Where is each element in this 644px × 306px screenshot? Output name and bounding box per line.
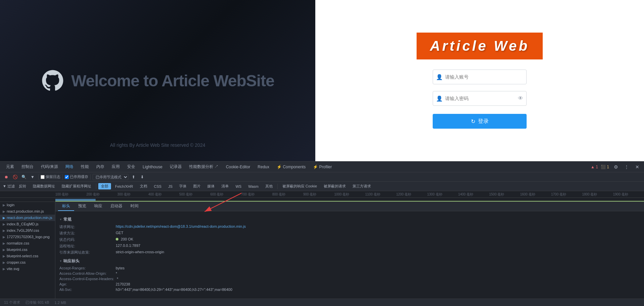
filter-button[interactable]: ▼ [29,173,36,181]
kv-key-acao: Access-Control-Allow-Origin: [59,271,113,275]
file-normalize[interactable]: ▶ normalize.css [0,240,55,247]
kv-remote-address: 远程地址: 127.0.0.1:7897 [59,243,640,249]
tab-profiler[interactable]: ⚡ Profiler [310,163,335,171]
filter-img[interactable]: 图片 [191,183,203,189]
separator-1 [38,174,39,180]
tl-1700: 1700 毫秒 [551,192,582,197]
filter-blocked-cookie[interactable]: 被屏蔽的响应 Cookie [280,183,320,189]
filter-media[interactable]: 媒体 [205,183,217,189]
file-icon-login: ▶ [3,203,5,207]
close-devtools-icon[interactable]: ✕ [633,163,641,171]
kv-key-referrer: 引荐来源网址政策: [59,250,113,255]
response-section-header: 响应标头 [59,258,640,264]
filter-third-party[interactable]: 第三方请求 [350,183,374,189]
file-blueprint-select[interactable]: ▶ blueprint-select.css [0,253,55,259]
file-name-react: react.production.min.js [7,209,44,213]
detail-tab-timing[interactable]: 时间 [126,202,143,211]
welcome-text: Welcome to Article WebSite [71,72,274,90]
record-button[interactable]: ⏺ [3,173,10,181]
filter-css[interactable]: CSS [151,184,164,189]
search-button[interactable]: 🔍 [20,173,28,181]
tl-green-bar [55,201,644,202]
detail-tab-initiator[interactable]: 启动器 [106,202,126,211]
settings-icon[interactable]: ⚙ [612,163,620,171]
export-icon[interactable]: ⬇ [139,173,146,181]
filter-invert[interactable]: 反转 [16,183,29,189]
detail-panel: 标头 预览 响应 启动器 时间 常规 请求网址: https://cdn.jsd… [55,202,644,299]
tab-perf-data[interactable]: 性能数据分析 ↗ [186,163,222,171]
tl-1800: 1800 毫秒 [582,192,613,197]
detail-tab-response[interactable]: 响应 [90,202,106,211]
filter-blocked-req[interactable]: 被屏蔽的请求 [321,183,348,189]
file-react[interactable]: ▶ react.production.min.js [0,208,55,215]
user-icon: 👤 [436,74,443,80]
filter-js[interactable]: JS [165,184,175,189]
login-label: 登录 [478,118,489,125]
file-logo-png[interactable]: ▶ 1727291702063_logo.png [0,234,55,240]
kv-key-remote: 远程地址: [59,244,113,249]
file-icon-blueprint-select: ▶ [3,254,5,258]
tab-console[interactable]: 控制台 [18,163,37,171]
tab-components[interactable]: ⚡ Components [273,163,309,171]
filter-hide-data-url[interactable]: 隐藏数据网址 [30,183,58,189]
timeline-header: 100 毫秒 200 毫秒 300 毫秒 400 毫秒 500 毫秒 600 毫… [0,191,644,198]
tab-recorder[interactable]: 记录器 [166,163,185,171]
tl-900: 900 毫秒 [303,192,334,197]
file-name-index-js: index.B_CEqjMD.js [7,222,39,226]
import-icon[interactable]: ⬆ [130,173,137,181]
more-options-icon[interactable]: ⋮ [623,163,631,171]
lock-icon: 👤 [436,95,443,102]
file-login[interactable]: ▶ login [0,202,55,208]
kv-val-method: GET [116,231,123,235]
kv-aceh: Access-Control-Expose-Headers: * [59,276,640,281]
status-size: 1.2 MB [55,301,66,305]
kv-key-alt-svc: Alt-Svc: [59,288,113,292]
file-react-dom[interactable]: ▶ react-dom.production.min.js [0,215,55,221]
filter-fetch[interactable]: Fetch/XHR [112,184,136,189]
filter-ws[interactable]: WS [233,184,244,189]
filter-manifest[interactable]: 清单 [219,183,231,189]
filter-doc[interactable]: 文档 [137,183,150,189]
tab-redux[interactable]: Redux [254,163,273,171]
tab-cookie-editor[interactable]: Cookie-Editor [222,163,254,171]
throttle-select[interactable]: 已停用节流模式 [93,174,128,180]
file-vite[interactable]: ▶ vite.svg [0,266,55,272]
detail-tab-headers[interactable]: 标头 [58,202,74,211]
filter-font[interactable]: 字体 [176,183,189,189]
file-name-blueprint: blueprint.css [7,248,28,252]
left-panel: Welcome to Article WebSite All rights By… [0,0,315,161]
tl-1300: 1300 毫秒 [427,192,458,197]
eye-icon[interactable]: 👁 [518,95,523,101]
file-name-react-dom: react-dom.production.min.js [7,216,52,220]
tl-1000: 1000 毫秒 [334,192,365,197]
filter-sep [96,184,96,189]
disable-cache-checkbox[interactable]: 已停用缓存 [65,174,88,179]
detail-tab-preview[interactable]: 预览 [74,202,90,211]
filter-hide-ext[interactable]: 隐藏扩展程序网址 [59,183,94,189]
file-blueprint[interactable]: ▶ blueprint.css [0,247,55,253]
username-input[interactable] [433,70,527,84]
tab-network[interactable]: 网络 [62,163,77,171]
filter-wasm[interactable]: Wasm [246,184,261,189]
file-index-js[interactable]: ▶ index.B_CEqjMD.js [0,221,55,227]
clear-button[interactable]: 🚫 [11,173,19,181]
filter-other[interactable]: 其他 [263,183,275,189]
tab-sources[interactable]: 代码/来源 [38,163,61,171]
tab-security[interactable]: 安全 [124,163,139,171]
tl-500: 500 毫秒 [179,192,210,197]
logo-banner: Article Web [417,33,543,59]
file-name-cropper: cropper.css [7,260,25,264]
file-cropper[interactable]: ▶ cropper.css [0,259,55,266]
tab-memory[interactable]: 内存 [93,163,108,171]
status-bar: 11 个请求 已传输 601 kB 1.2 MB [0,299,644,306]
tab-application[interactable]: 应用 [108,163,123,171]
tab-elements[interactable]: 元素 [3,163,17,171]
tab-performance[interactable]: 性能 [77,163,92,171]
login-button[interactable]: ↻ 登录 [433,114,527,129]
tab-lighthouse[interactable]: Lighthouse [139,163,166,171]
password-input[interactable] [433,91,527,106]
preserve-log-checkbox[interactable]: 保留日志 [41,174,60,179]
kv-key-url: 请求网址: [59,224,113,229]
file-index-css[interactable]: ▶ index.7vGL26fV.css [0,227,55,234]
filter-all[interactable]: 全部 [98,183,111,189]
